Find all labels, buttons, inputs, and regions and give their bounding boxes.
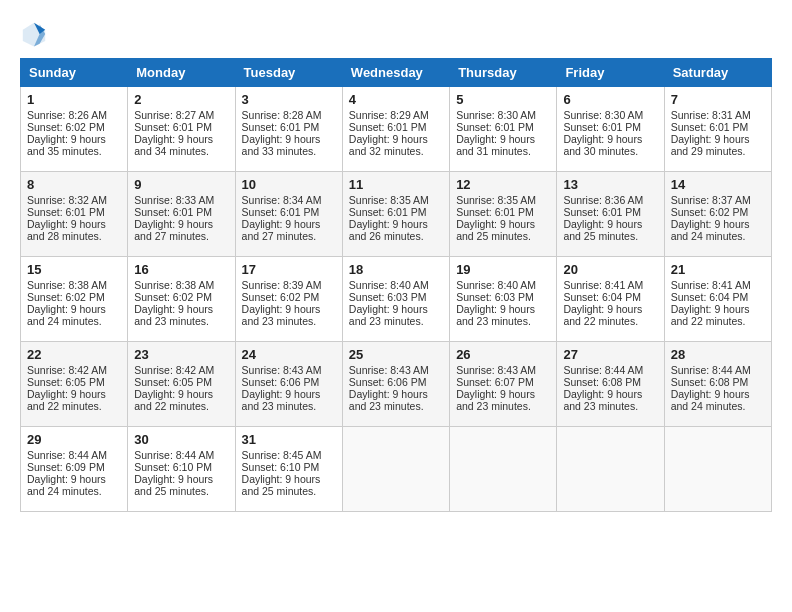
sunrise: Sunrise: 8:37 AM [671,194,751,206]
weekday-header-tuesday: Tuesday [235,59,342,87]
sunrise: Sunrise: 8:40 AM [349,279,429,291]
calendar-cell: 24Sunrise: 8:43 AMSunset: 6:06 PMDayligh… [235,342,342,427]
sunrise: Sunrise: 8:41 AM [671,279,751,291]
calendar-cell: 13Sunrise: 8:36 AMSunset: 6:01 PMDayligh… [557,172,664,257]
sunset: Sunset: 6:01 PM [27,206,105,218]
day-number: 30 [134,432,228,447]
daylight: Daylight: 9 hours and 25 minutes. [242,473,321,497]
day-number: 17 [242,262,336,277]
sunrise: Sunrise: 8:43 AM [456,364,536,376]
day-number: 4 [349,92,443,107]
daylight: Daylight: 9 hours and 27 minutes. [134,218,213,242]
sunset: Sunset: 6:02 PM [671,206,749,218]
daylight: Daylight: 9 hours and 23 minutes. [349,388,428,412]
daylight: Daylight: 9 hours and 32 minutes. [349,133,428,157]
daylight: Daylight: 9 hours and 35 minutes. [27,133,106,157]
sunrise: Sunrise: 8:26 AM [27,109,107,121]
calendar-cell: 3Sunrise: 8:28 AMSunset: 6:01 PMDaylight… [235,87,342,172]
sunrise: Sunrise: 8:30 AM [456,109,536,121]
daylight: Daylight: 9 hours and 25 minutes. [563,218,642,242]
calendar-cell: 23Sunrise: 8:42 AMSunset: 6:05 PMDayligh… [128,342,235,427]
weekday-header-monday: Monday [128,59,235,87]
day-number: 12 [456,177,550,192]
calendar-cell: 11Sunrise: 8:35 AMSunset: 6:01 PMDayligh… [342,172,449,257]
sunset: Sunset: 6:09 PM [27,461,105,473]
daylight: Daylight: 9 hours and 23 minutes. [242,388,321,412]
sunset: Sunset: 6:01 PM [134,121,212,133]
day-number: 29 [27,432,121,447]
daylight: Daylight: 9 hours and 23 minutes. [134,303,213,327]
sunrise: Sunrise: 8:41 AM [563,279,643,291]
sunrise: Sunrise: 8:35 AM [456,194,536,206]
daylight: Daylight: 9 hours and 24 minutes. [27,303,106,327]
day-number: 6 [563,92,657,107]
calendar-cell: 17Sunrise: 8:39 AMSunset: 6:02 PMDayligh… [235,257,342,342]
sunset: Sunset: 6:01 PM [671,121,749,133]
day-number: 8 [27,177,121,192]
sunset: Sunset: 6:01 PM [563,206,641,218]
sunset: Sunset: 6:02 PM [27,291,105,303]
sunset: Sunset: 6:01 PM [134,206,212,218]
daylight: Daylight: 9 hours and 25 minutes. [456,218,535,242]
day-number: 22 [27,347,121,362]
sunset: Sunset: 6:01 PM [563,121,641,133]
calendar-cell [557,427,664,512]
daylight: Daylight: 9 hours and 26 minutes. [349,218,428,242]
sunrise: Sunrise: 8:30 AM [563,109,643,121]
daylight: Daylight: 9 hours and 23 minutes. [349,303,428,327]
sunrise: Sunrise: 8:28 AM [242,109,322,121]
sunset: Sunset: 6:05 PM [134,376,212,388]
day-number: 25 [349,347,443,362]
calendar-header: SundayMondayTuesdayWednesdayThursdayFrid… [21,59,772,87]
sunrise: Sunrise: 8:43 AM [349,364,429,376]
weekday-header-saturday: Saturday [664,59,771,87]
sunset: Sunset: 6:08 PM [563,376,641,388]
sunset: Sunset: 6:04 PM [563,291,641,303]
sunrise: Sunrise: 8:32 AM [27,194,107,206]
sunrise: Sunrise: 8:45 AM [242,449,322,461]
daylight: Daylight: 9 hours and 23 minutes. [456,303,535,327]
sunset: Sunset: 6:01 PM [349,121,427,133]
sunset: Sunset: 6:05 PM [27,376,105,388]
calendar-cell [342,427,449,512]
sunset: Sunset: 6:01 PM [349,206,427,218]
calendar-cell: 7Sunrise: 8:31 AMSunset: 6:01 PMDaylight… [664,87,771,172]
calendar-cell: 14Sunrise: 8:37 AMSunset: 6:02 PMDayligh… [664,172,771,257]
sunrise: Sunrise: 8:44 AM [134,449,214,461]
day-number: 3 [242,92,336,107]
sunset: Sunset: 6:01 PM [242,206,320,218]
weekday-header-thursday: Thursday [450,59,557,87]
calendar-cell: 25Sunrise: 8:43 AMSunset: 6:06 PMDayligh… [342,342,449,427]
sunrise: Sunrise: 8:44 AM [671,364,751,376]
sunrise: Sunrise: 8:40 AM [456,279,536,291]
daylight: Daylight: 9 hours and 23 minutes. [456,388,535,412]
day-number: 23 [134,347,228,362]
daylight: Daylight: 9 hours and 23 minutes. [242,303,321,327]
day-number: 19 [456,262,550,277]
calendar-cell: 16Sunrise: 8:38 AMSunset: 6:02 PMDayligh… [128,257,235,342]
sunset: Sunset: 6:02 PM [134,291,212,303]
daylight: Daylight: 9 hours and 30 minutes. [563,133,642,157]
sunrise: Sunrise: 8:29 AM [349,109,429,121]
day-number: 18 [349,262,443,277]
calendar-cell: 27Sunrise: 8:44 AMSunset: 6:08 PMDayligh… [557,342,664,427]
sunset: Sunset: 6:01 PM [456,121,534,133]
sunset: Sunset: 6:03 PM [456,291,534,303]
day-number: 31 [242,432,336,447]
sunset: Sunset: 6:06 PM [242,376,320,388]
day-number: 11 [349,177,443,192]
calendar-cell: 18Sunrise: 8:40 AMSunset: 6:03 PMDayligh… [342,257,449,342]
calendar-cell: 28Sunrise: 8:44 AMSunset: 6:08 PMDayligh… [664,342,771,427]
calendar-cell: 19Sunrise: 8:40 AMSunset: 6:03 PMDayligh… [450,257,557,342]
calendar-cell [450,427,557,512]
week-row-4: 22Sunrise: 8:42 AMSunset: 6:05 PMDayligh… [21,342,772,427]
sunrise: Sunrise: 8:39 AM [242,279,322,291]
sunrise: Sunrise: 8:44 AM [563,364,643,376]
day-number: 1 [27,92,121,107]
sunrise: Sunrise: 8:27 AM [134,109,214,121]
calendar-cell: 1Sunrise: 8:26 AMSunset: 6:02 PMDaylight… [21,87,128,172]
calendar-cell: 21Sunrise: 8:41 AMSunset: 6:04 PMDayligh… [664,257,771,342]
daylight: Daylight: 9 hours and 34 minutes. [134,133,213,157]
daylight: Daylight: 9 hours and 29 minutes. [671,133,750,157]
day-number: 13 [563,177,657,192]
